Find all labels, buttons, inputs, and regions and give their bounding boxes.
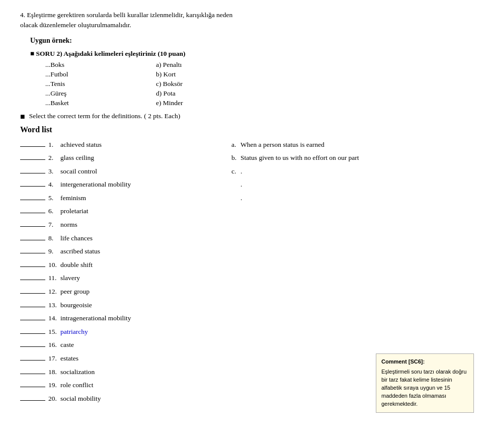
word-item-5: 5. feminism (20, 193, 231, 204)
word-list-left: 1. achieved status 2. glass ceiling 3. s… (20, 139, 231, 407)
word-blank-11 (20, 280, 45, 280)
word-item-20: 20. social mobility (20, 393, 231, 404)
word-blank-12 (20, 293, 45, 294)
word-text-9: ascribed status (60, 246, 231, 257)
word-text-10: double shift (60, 259, 231, 271)
header-line1: 4. Eşleştirme gerektiren sorularda belli… (20, 10, 463, 31)
word-blank-20 (20, 400, 45, 401)
soru-label: ■ SORU 2) Aşağıdaki kelimeleri eşleştiri… (30, 50, 463, 58)
word-blank-10 (20, 266, 45, 267)
def-item-a: a. When a person status is earned (231, 139, 463, 150)
example-row-4: ...Güreş d) Pota (45, 89, 463, 98)
word-blank-6 (20, 213, 45, 213)
word-item-2: 2. glass ceiling (20, 152, 231, 163)
word-num-11: 11. (48, 273, 60, 284)
example-left-2: ...Futbol (45, 70, 156, 78)
word-blank-15 (20, 333, 45, 334)
word-item-16: 16. caste (20, 339, 231, 350)
word-num-9: 9. (48, 246, 60, 257)
word-item-7: 7. norms (20, 219, 231, 230)
word-text-1: achieved status (60, 139, 231, 150)
word-text-18: socialization (60, 367, 231, 378)
word-text-11: slavery (60, 273, 231, 284)
comment-text: Eşleştirmeli soru tarzı olarak doğru bir… (381, 368, 468, 408)
word-item-17: 17. estates (20, 353, 231, 364)
bullet-icon: ■ (20, 112, 25, 121)
example-right-5: e) Minder (156, 99, 463, 107)
word-blank-18 (20, 374, 45, 374)
word-blank-13 (20, 307, 45, 307)
word-num-4: 4. (48, 179, 60, 190)
word-text-5: feminism (60, 193, 231, 204)
def-item-c: c. . (231, 166, 463, 177)
example-left-3: ...Tenis (45, 80, 156, 88)
word-blank-9 (20, 253, 45, 253)
word-num-8: 8. (48, 233, 60, 244)
word-blank-19 (20, 387, 45, 387)
instruction-line: ■ Select the correct term for the defini… (20, 112, 463, 121)
word-text-17: estates (60, 353, 231, 364)
def-text-c: . (240, 166, 463, 177)
word-blank-17 (20, 360, 45, 361)
word-num-16: 16. (48, 339, 60, 350)
word-num-19: 19. (48, 380, 60, 391)
word-num-17: 17. (48, 353, 60, 364)
word-blank-4 (20, 186, 45, 187)
header-block: 4. Eşleştirme gerektiren sorularda belli… (20, 10, 463, 31)
word-blank-1 (20, 146, 45, 147)
word-item-6: 6. proletariat (20, 206, 231, 217)
def-text-a: When a person status is earned (240, 139, 463, 150)
word-blank-14 (20, 320, 45, 320)
example-row-3: ...Tenis c) Boksör (45, 80, 463, 88)
word-blank-2 (20, 159, 45, 160)
example-row-2: ...Futbol b) Kort (45, 70, 463, 78)
word-blank-5 (20, 200, 45, 200)
word-num-7: 7. (48, 219, 60, 230)
def-item-b: b. Status given to us with no effort on … (231, 152, 463, 163)
def-text-b: Status given to us with no effort on our… (240, 152, 463, 163)
word-text-6: proletariat (60, 206, 231, 217)
example-row-5: ...Basket e) Minder (45, 99, 463, 107)
word-text-4: intergenerational mobility (60, 179, 231, 190)
word-num-10: 10. (48, 259, 60, 271)
word-num-14: 14. (48, 313, 60, 324)
example-right-4: d) Pota (156, 89, 463, 98)
word-item-1: 1. achieved status (20, 139, 231, 150)
word-text-15: patriarchy (60, 326, 231, 337)
example-right-2: b) Kort (156, 70, 463, 78)
instruction-text: Select the correct term for the definiti… (29, 112, 181, 120)
word-num-18: 18. (48, 367, 60, 378)
word-num-12: 12. (48, 286, 60, 297)
word-item-10: 10. double shift (20, 259, 231, 271)
word-blank-16 (20, 346, 45, 347)
def-text-d: . (240, 179, 463, 190)
def-item-e: . (231, 193, 463, 204)
word-num-1: 1. (48, 139, 60, 150)
word-text-13: bourgeoisie (60, 300, 231, 311)
example-left-1: ...Boks (45, 61, 156, 69)
word-num-13: 13. (48, 300, 60, 311)
word-text-3: socail control (60, 166, 231, 177)
word-item-13: 13. bourgeoisie (20, 300, 231, 311)
word-text-2: glass ceiling (60, 152, 231, 163)
word-text-16: caste (60, 339, 231, 350)
word-num-3: 3. (48, 166, 60, 177)
word-num-6: 6. (48, 206, 60, 217)
word-num-20: 20. (48, 393, 60, 404)
word-num-15: 15. (48, 326, 60, 337)
example-left-5: ...Basket (45, 99, 156, 107)
word-text-12: peer group (60, 286, 231, 297)
word-blank-3 (20, 173, 45, 173)
example-left-4: ...Güreş (45, 89, 156, 98)
def-label-a: a. (231, 139, 240, 150)
example-right-1: a) Penaltı (156, 61, 463, 69)
word-list-title: Word list (20, 125, 463, 134)
word-num-2: 2. (48, 152, 60, 163)
example-row-1: ...Boks a) Penaltı (45, 61, 463, 69)
example-title: Uygun örnek: (30, 37, 463, 45)
example-section: Uygun örnek: ■ SORU 2) Aşağıdaki kelimel… (30, 37, 463, 107)
word-item-4: 4. intergenerational mobility (20, 179, 231, 190)
def-label-b: b. (231, 152, 240, 163)
word-item-11: 11. slavery (20, 273, 231, 284)
word-num-5: 5. (48, 193, 60, 204)
